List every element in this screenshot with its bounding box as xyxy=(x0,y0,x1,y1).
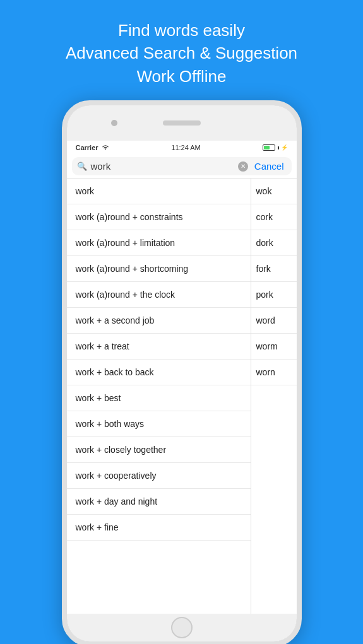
main-result-item[interactable]: work + cooperatively xyxy=(67,463,251,489)
header-text: Find words easily Advanced Search & Sugg… xyxy=(53,0,310,100)
main-result-item[interactable]: work (a)round + shortcoming xyxy=(67,256,251,282)
status-right: ⚡ xyxy=(263,144,288,151)
status-time: 11:24 AM xyxy=(171,144,200,151)
phone-wrapper: Carrier 11:24 AM ⚡ xyxy=(49,100,314,644)
results-area: workwork (a)round + constraintswork (a)r… xyxy=(67,179,297,614)
side-result-item[interactable]: worn xyxy=(251,360,297,385)
home-button[interactable] xyxy=(171,617,193,638)
side-result-item[interactable]: dork xyxy=(251,230,297,256)
battery-fill xyxy=(264,146,270,149)
main-result-item[interactable]: work + a second job xyxy=(67,308,251,334)
clear-button[interactable]: ✕ xyxy=(238,161,248,172)
main-result-item[interactable]: work + a treat xyxy=(67,334,251,360)
search-icon: 🔍 xyxy=(77,161,87,171)
main-result-item[interactable]: work + closely together xyxy=(67,437,251,463)
main-result-item[interactable]: work (a)round + limitation xyxy=(67,230,251,256)
phone-top-bar xyxy=(67,105,297,141)
cancel-button[interactable]: Cancel xyxy=(252,161,287,172)
main-result-item[interactable]: work + best xyxy=(67,385,251,411)
battery-tip xyxy=(278,146,279,149)
phone-camera xyxy=(111,120,117,126)
header-section: Find words easily Advanced Search & Sugg… xyxy=(53,0,310,100)
phone-frame: Carrier 11:24 AM ⚡ xyxy=(62,100,302,644)
main-result-item[interactable]: work + both ways xyxy=(67,411,251,437)
main-result-item[interactable]: work + fine xyxy=(67,515,251,541)
main-results: workwork (a)round + constraintswork (a)r… xyxy=(67,179,251,614)
phone-bottom-bar xyxy=(67,614,297,641)
search-bar[interactable]: 🔍 work ✕ Cancel xyxy=(72,157,292,175)
battery-icon xyxy=(263,144,275,151)
header-line3: Work Offline xyxy=(136,67,226,86)
carrier-label: Carrier xyxy=(76,144,98,151)
bolt-icon: ⚡ xyxy=(281,144,288,151)
phone-screen: Carrier 11:24 AM ⚡ xyxy=(67,141,297,614)
status-left: Carrier xyxy=(76,144,110,151)
main-result-item[interactable]: work + back to back xyxy=(67,360,251,385)
wifi-icon xyxy=(101,144,110,151)
search-input-area[interactable]: 🔍 work ✕ xyxy=(77,161,248,172)
side-result-item[interactable]: fork xyxy=(251,256,297,282)
phone-speaker xyxy=(163,120,201,126)
header-line1: Find words easily xyxy=(118,21,245,40)
main-result-item[interactable]: work (a)round + the clock xyxy=(67,282,251,308)
side-result-item[interactable]: word xyxy=(251,308,297,334)
search-query[interactable]: work xyxy=(91,161,234,172)
main-result-item[interactable]: work xyxy=(67,179,251,204)
header-line2: Advanced Search & Suggestion xyxy=(66,44,297,62)
status-bar: Carrier 11:24 AM ⚡ xyxy=(67,141,297,155)
side-result-item[interactable]: pork xyxy=(251,282,297,308)
main-result-item[interactable]: work + day and night xyxy=(67,489,251,515)
side-result-item[interactable]: wok xyxy=(251,179,297,204)
side-results: wokcorkdorkforkporkwordwormworn xyxy=(251,179,297,614)
main-result-item[interactable]: work (a)round + constraints xyxy=(67,204,251,230)
side-result-item[interactable]: worm xyxy=(251,334,297,360)
side-result-item[interactable]: cork xyxy=(251,204,297,230)
